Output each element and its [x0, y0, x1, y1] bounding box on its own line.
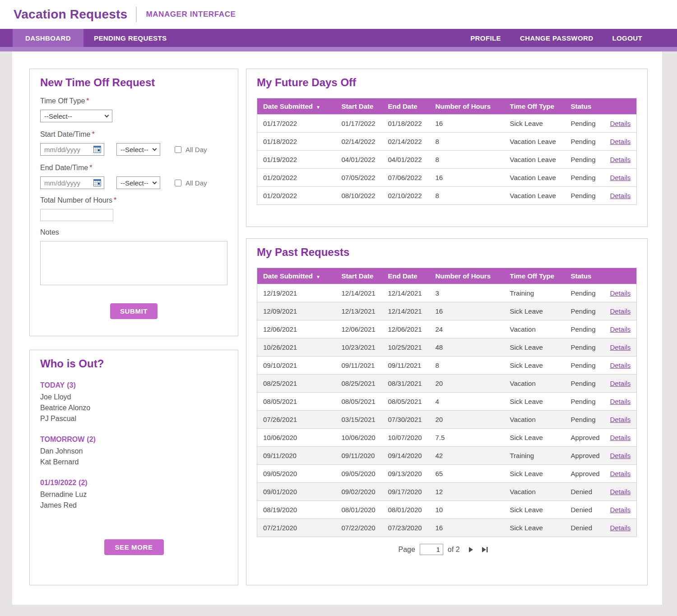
cell-number-of-hours: 20 — [430, 411, 504, 429]
cell-time-off-type: Sick Leave — [504, 357, 565, 375]
see-more-button[interactable]: SEE MORE — [104, 539, 164, 555]
details-link[interactable]: Details — [610, 452, 631, 459]
details-link[interactable]: Details — [610, 174, 631, 181]
cell-status: Pending — [565, 338, 604, 357]
nav-link-change-password[interactable]: CHANGE PASSWORD — [520, 34, 593, 42]
calendar-icon[interactable] — [93, 179, 101, 186]
details-link[interactable]: Details — [610, 488, 631, 496]
nav-link-logout[interactable]: LOGOUT — [612, 34, 642, 42]
page-number-input[interactable] — [420, 544, 443, 555]
details-link[interactable]: Details — [610, 192, 631, 199]
column-header-label: End Date — [388, 102, 417, 110]
cell-number-of-hours: 12 — [430, 483, 504, 501]
cell-time-off-type: Sick Leave — [504, 429, 565, 447]
details-link[interactable]: Details — [610, 343, 631, 351]
required-asterisk: * — [89, 164, 92, 171]
cell-date-submitted: 08/25/2021 — [257, 375, 336, 393]
cell-details: Details — [604, 115, 637, 133]
details-link[interactable]: Details — [610, 380, 631, 387]
notes-textarea[interactable] — [40, 241, 227, 285]
end-time-select[interactable]: --Select-- — [116, 176, 160, 189]
out-group-count: (2) — [79, 479, 88, 486]
cell-details: Details — [604, 187, 637, 205]
out-person-name: Joe Lloyd — [40, 392, 227, 403]
cell-number-of-hours: 7.5 — [430, 429, 504, 447]
details-link[interactable]: Details — [610, 416, 631, 423]
next-page-icon[interactable] — [468, 547, 474, 553]
cell-time-off-type: Vacation Leave — [504, 169, 565, 187]
out-group-label: TOMORROW(2) — [40, 435, 227, 444]
cell-end-date: 08/05/2021 — [382, 393, 430, 411]
new-request-card: New Time Off Request Time Off Type* --Se… — [29, 69, 238, 336]
details-link[interactable]: Details — [610, 470, 631, 477]
last-page-icon[interactable] — [482, 547, 488, 553]
cell-date-submitted: 09/11/2020 — [257, 447, 336, 465]
end-all-day-checkbox[interactable] — [175, 180, 181, 186]
details-link[interactable]: Details — [610, 120, 631, 127]
cell-number-of-hours: 16 — [430, 519, 504, 537]
cell-end-date: 12/14/2021 — [382, 302, 430, 320]
cell-date-submitted: 01/19/2022 — [257, 151, 336, 169]
details-link[interactable]: Details — [610, 325, 631, 333]
column-header-details — [604, 268, 637, 284]
cell-start-date: 02/14/2022 — [336, 133, 382, 151]
total-hours-input[interactable] — [40, 209, 113, 221]
column-header-label: Number of Hours — [436, 102, 491, 110]
start-all-day: All Day — [175, 146, 207, 153]
details-link[interactable]: Details — [610, 506, 631, 514]
cell-date-submitted: 12/19/2021 — [257, 284, 336, 302]
calendar-icon[interactable] — [93, 146, 101, 153]
nav-link-profile[interactable]: PROFILE — [470, 34, 501, 42]
details-link[interactable]: Details — [610, 307, 631, 315]
cell-start-date: 03/15/2021 — [336, 411, 382, 429]
cell-details: Details — [604, 393, 637, 411]
submit-button[interactable]: SUBMIT — [110, 303, 158, 319]
cell-number-of-hours: 16 — [430, 115, 504, 133]
details-link[interactable]: Details — [610, 361, 631, 369]
time-off-type-select[interactable]: --Select-- — [40, 110, 112, 122]
table-row: 09/10/202109/11/202109/11/20218Sick Leav… — [257, 357, 637, 375]
cell-start-date: 09/02/2020 — [336, 483, 382, 501]
column-header-label: Number of Hours — [436, 272, 491, 280]
start-all-day-checkbox[interactable] — [175, 146, 181, 153]
details-link[interactable]: Details — [610, 289, 631, 297]
cell-status: Approved — [565, 429, 604, 447]
cell-end-date: 08/01/2020 — [382, 501, 430, 519]
column-header-label: Start Date — [342, 272, 374, 280]
nav-tab-pending-requests[interactable]: PENDING REQUESTS — [83, 29, 177, 47]
cell-date-submitted: 08/05/2021 — [257, 393, 336, 411]
cell-start-date: 04/01/2022 — [336, 151, 382, 169]
column-header-date-submitted[interactable]: Date Submitted▼ — [257, 268, 336, 284]
field-label-text: End Date/Time — [40, 164, 88, 171]
cell-start-date: 09/11/2020 — [336, 447, 382, 465]
details-link[interactable]: Details — [610, 138, 631, 145]
cell-start-date: 01/17/2022 — [336, 115, 382, 133]
cell-details: Details — [604, 375, 637, 393]
start-time-select[interactable]: --Select-- — [116, 143, 160, 156]
table-row: 07/26/202103/15/202107/30/202120Vacation… — [257, 411, 637, 429]
cell-status: Approved — [565, 465, 604, 483]
end-datetime-row: --Select-- All Day — [40, 176, 227, 189]
cell-time-off-type: Sick Leave — [504, 302, 565, 320]
out-group-label: TODAY(3) — [40, 381, 227, 389]
column-header-label: Time Off Type — [510, 272, 555, 280]
cell-number-of-hours: 16 — [430, 302, 504, 320]
cell-number-of-hours: 8 — [430, 133, 504, 151]
table-row: 07/21/202007/22/202007/23/202016Sick Lea… — [257, 519, 637, 537]
table-row: 09/01/202009/02/202009/17/202012Vacation… — [257, 483, 637, 501]
details-link[interactable]: Details — [610, 434, 631, 441]
column-header-label: Start Date — [342, 102, 374, 110]
details-link[interactable]: Details — [610, 398, 631, 405]
future-days-card: My Future Days Off Date Submitted▼Start … — [246, 69, 648, 227]
nav-tab-dashboard[interactable]: DASHBOARD — [13, 29, 83, 47]
who-is-out-title: Who is Out? — [40, 357, 227, 370]
cell-end-date: 07/23/2020 — [382, 519, 430, 537]
cell-status: Pending — [565, 115, 604, 133]
details-link[interactable]: Details — [610, 524, 631, 532]
cell-start-date: 08/05/2021 — [336, 393, 382, 411]
column-header-date-submitted[interactable]: Date Submitted▼ — [257, 98, 336, 115]
cell-date-submitted: 09/10/2021 — [257, 357, 336, 375]
details-link[interactable]: Details — [610, 156, 631, 163]
out-group: TODAY(3)Joe LloydBeatrice AlonzoPJ Pascu… — [40, 381, 227, 424]
start-time-select-wrap: --Select-- — [116, 143, 160, 156]
